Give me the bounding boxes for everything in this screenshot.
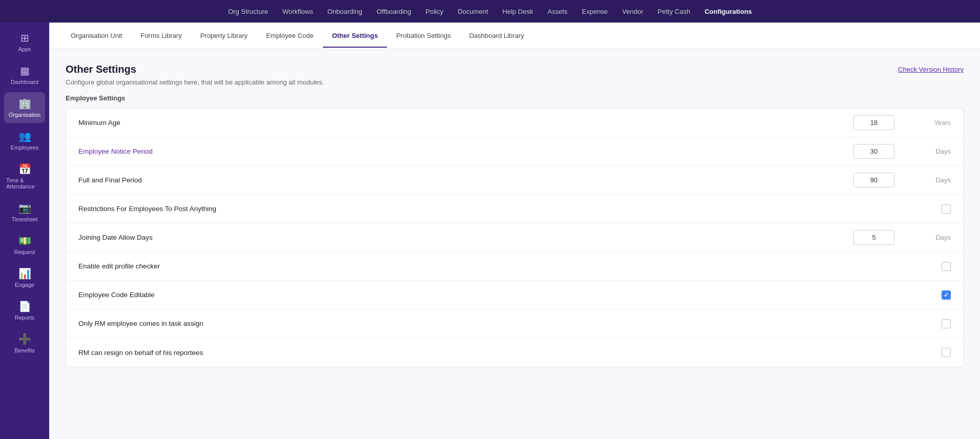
settings-row-5: Enable edit profile checker	[66, 252, 963, 281]
sidebar-item-engage[interactable]: 📊Engage	[4, 262, 45, 293]
sidebar-label: Timesheet	[12, 216, 38, 222]
settings-checkbox-box-6	[828, 290, 951, 300]
settings-row-label-2: Full and Final Period	[78, 176, 828, 184]
settings-row-0: Minimum AgeYears	[66, 109, 963, 137]
settings-unit-1: Days	[920, 148, 951, 155]
settings-value-input-4[interactable]	[853, 230, 894, 245]
main-layout: ⊞Apps▦Dashboard🏢Organisation👥Employees📅T…	[0, 23, 980, 439]
sub-nav-item-forms-library[interactable]: Forms Library	[131, 25, 191, 48]
settings-value-input-1[interactable]	[853, 144, 894, 159]
settings-row-7: Only RM employee comes in task assign	[66, 309, 963, 338]
settings-checkbox-box-5	[828, 262, 951, 271]
page-title: Other Settings	[66, 64, 324, 75]
settings-row-label-7: Only RM employee comes in task assign	[78, 320, 828, 327]
settings-value-box-2	[828, 173, 920, 187]
sub-nav-item-property-library[interactable]: Property Library	[191, 25, 257, 48]
sidebar-label: Dashboard	[11, 79, 38, 85]
settings-table: Minimum AgeYearsEmployee Notice PeriodDa…	[66, 108, 964, 367]
top-nav-item-help-desk[interactable]: Help Desk	[502, 8, 533, 15]
sub-nav-item-probation-settings[interactable]: Probation Settings	[387, 25, 460, 48]
settings-unit-2: Days	[920, 176, 951, 184]
top-nav-item-vendor[interactable]: Vendor	[622, 8, 643, 15]
settings-row-4: Joining Date Allow DaysDays	[66, 223, 963, 252]
sidebar-label: Benefits	[14, 347, 35, 353]
settings-checkbox-box-3	[828, 204, 951, 214]
sidebar-label: Engage	[15, 282, 34, 288]
sidebar-icon-time-&-attendance: 📅	[18, 163, 31, 175]
sub-nav-item-organisation-unit[interactable]: Organisation Unit	[62, 25, 131, 48]
settings-row-label-6: Employee Code Editable	[78, 291, 828, 299]
sidebar-item-organisation[interactable]: 🏢Organisation	[4, 92, 45, 123]
settings-checkbox-3[interactable]	[942, 204, 951, 214]
sidebar-label: Time & Attendance	[6, 177, 43, 190]
settings-value-input-0[interactable]	[853, 115, 894, 130]
sidebar-icon-employees: 👥	[18, 130, 31, 142]
sidebar-item-time-&-attendance[interactable]: 📅Time & Attendance	[4, 158, 45, 195]
sidebar-label: Request	[14, 249, 35, 255]
settings-unit-4: Days	[920, 234, 951, 241]
top-nav-item-onboarding[interactable]: Onboarding	[328, 8, 362, 15]
settings-row-label-1: Employee Notice Period	[78, 148, 828, 155]
sidebar-item-dashboard[interactable]: ▦Dashboard	[4, 59, 45, 90]
sidebar-item-apps[interactable]: ⊞Apps	[4, 27, 45, 57]
sidebar-label: Apps	[18, 46, 31, 52]
sidebar-icon-dashboard: ▦	[20, 65, 30, 77]
top-nav-item-org-structure[interactable]: Org Structure	[228, 8, 268, 15]
sidebar-item-benefits[interactable]: ➕Benefits	[4, 328, 45, 359]
sidebar-icon-request: 💵	[18, 235, 31, 247]
sub-nav: Organisation UnitForms LibraryProperty L…	[49, 23, 980, 49]
sidebar-icon-reports: 📄	[18, 300, 31, 312]
sidebar-label: Employees	[11, 144, 38, 151]
sidebar: ⊞Apps▦Dashboard🏢Organisation👥Employees📅T…	[0, 23, 49, 439]
settings-row-label-3: Restrictions For Employees To Post Anyth…	[78, 205, 828, 213]
settings-row-label-8: RM can resign on behalf of his reportees	[78, 349, 828, 357]
top-nav-item-policy[interactable]: Policy	[425, 8, 443, 15]
settings-row-3: Restrictions For Employees To Post Anyth…	[66, 195, 963, 223]
settings-checkbox-box-8	[828, 348, 951, 357]
sidebar-icon-benefits: ➕	[18, 333, 31, 345]
settings-value-input-2[interactable]	[853, 173, 894, 187]
settings-value-box-1	[828, 144, 920, 159]
top-nav-item-offboarding[interactable]: Offboarding	[377, 8, 412, 15]
settings-row-label-4: Joining Date Allow Days	[78, 234, 828, 241]
sidebar-item-request[interactable]: 💵Request	[4, 229, 45, 260]
settings-row-1: Employee Notice PeriodDays	[66, 137, 963, 166]
settings-row-label-0: Minimum Age	[78, 119, 828, 127]
page-subtitle: Configure global organisational settings…	[66, 78, 324, 86]
settings-row-8: RM can resign on behalf of his reportees	[66, 338, 963, 367]
sidebar-icon-apps: ⊞	[21, 32, 29, 44]
sidebar-item-employees[interactable]: 👥Employees	[4, 125, 45, 156]
top-nav: Org StructureWorkflowsOnboardingOffboard…	[0, 0, 980, 23]
page-header: Other Settings Configure global organisa…	[66, 64, 964, 86]
settings-checkbox-6[interactable]	[942, 290, 951, 300]
top-nav-item-workflows[interactable]: Workflows	[282, 8, 313, 15]
settings-checkbox-8[interactable]	[942, 348, 951, 357]
top-nav-item-document[interactable]: Document	[458, 8, 488, 15]
sub-nav-item-dashboard-library[interactable]: Dashboard Library	[460, 25, 533, 48]
settings-value-box-0	[828, 115, 920, 130]
sidebar-item-timesheet[interactable]: 📷Timesheet	[4, 197, 45, 227]
settings-unit-0: Years	[920, 119, 951, 127]
top-nav-item-petty-cash[interactable]: Petty Cash	[658, 8, 690, 15]
settings-row-label-5: Enable edit profile checker	[78, 262, 828, 270]
top-nav-item-expense[interactable]: Expense	[582, 8, 608, 15]
settings-row-2: Full and Final PeriodDays	[66, 166, 963, 195]
page-content: Other Settings Configure global organisa…	[49, 49, 980, 439]
sidebar-label: Reports	[15, 315, 35, 321]
settings-row-6: Employee Code Editable	[66, 281, 963, 309]
sidebar-icon-timesheet: 📷	[18, 202, 31, 214]
sub-nav-item-other-settings[interactable]: Other Settings	[323, 25, 387, 48]
top-nav-item-configurations[interactable]: Configurations	[705, 8, 752, 15]
sub-nav-item-employee-code[interactable]: Employee Code	[257, 25, 323, 48]
settings-checkbox-box-7	[828, 319, 951, 328]
content-area: Organisation UnitForms LibraryProperty L…	[49, 23, 980, 439]
sidebar-icon-organisation: 🏢	[18, 97, 31, 110]
top-nav-item-assets[interactable]: Assets	[547, 8, 567, 15]
settings-checkbox-7[interactable]	[942, 319, 951, 328]
section-label: Employee Settings	[66, 94, 964, 102]
check-version-button[interactable]: Check Version History	[898, 64, 964, 75]
sidebar-item-reports[interactable]: 📄Reports	[4, 295, 45, 326]
settings-checkbox-5[interactable]	[942, 262, 951, 271]
sidebar-label: Organisation	[9, 112, 40, 118]
header-text: Other Settings Configure global organisa…	[66, 64, 324, 86]
